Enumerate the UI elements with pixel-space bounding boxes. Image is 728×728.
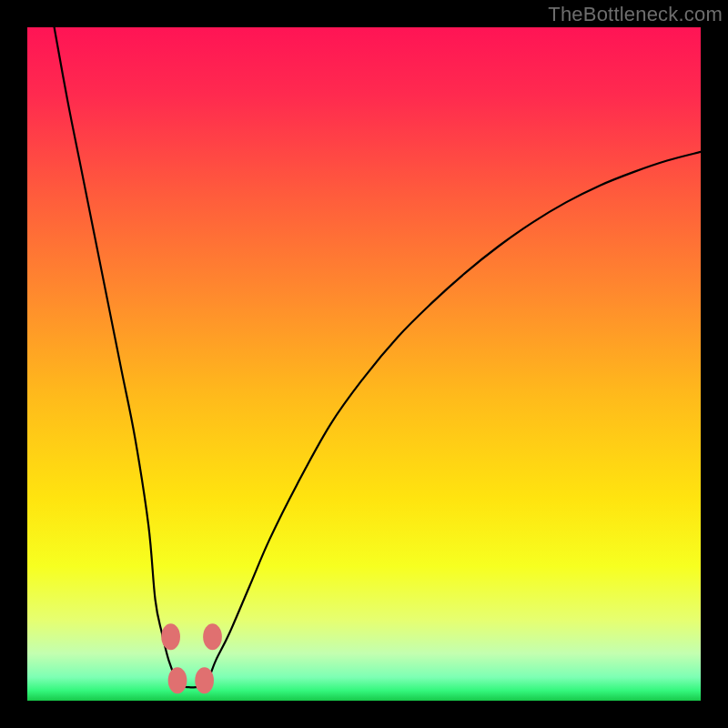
curve-layer <box>27 27 701 701</box>
curve-marker <box>161 623 180 650</box>
bottleneck-curve <box>55 27 701 687</box>
plot-area <box>27 27 701 701</box>
curve-marker <box>203 623 222 650</box>
curve-markers <box>161 623 222 693</box>
watermark-text: TheBottleneck.com <box>548 3 723 26</box>
chart-stage: TheBottleneck.com <box>0 0 728 728</box>
curve-marker <box>195 667 214 693</box>
curve-marker <box>168 667 187 693</box>
